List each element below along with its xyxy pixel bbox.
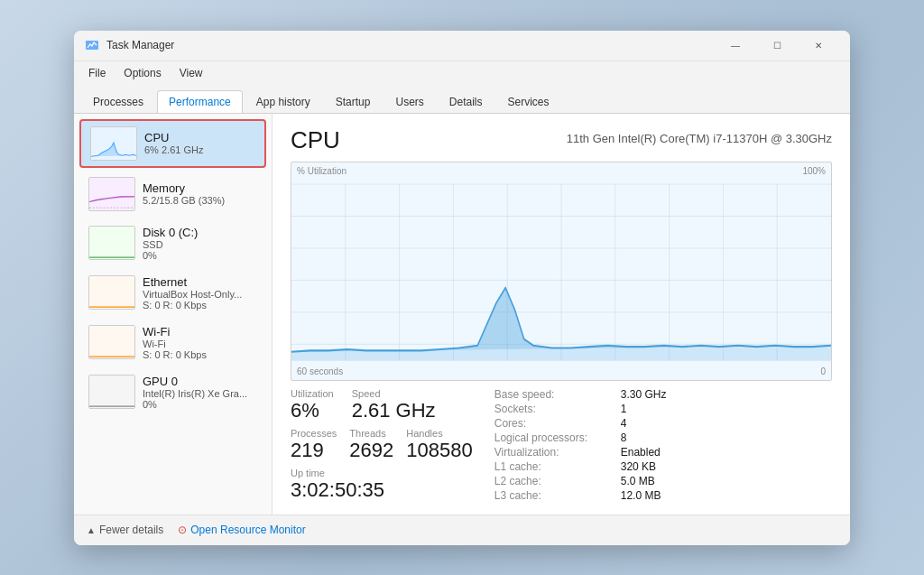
wifi-info: Wi-Fi Wi-Fi S: 0 R: 0 Kbps (143, 325, 207, 360)
memory-sub: 5.2/15.8 GB (33%) (143, 195, 225, 206)
spec-l2-key: L2 cache: (494, 475, 621, 487)
spec-sockets-key: Sockets: (494, 403, 621, 415)
fewer-details-button[interactable]: ▲ Fewer details (87, 524, 163, 536)
sidebar-item-disk[interactable]: Disk 0 (C:) SSD 0% (79, 220, 266, 266)
sidebar-item-wifi[interactable]: Wi-Fi Wi-Fi S: 0 R: 0 Kbps (79, 320, 266, 366)
processes-value: 219 (291, 439, 337, 462)
wifi-sub2: S: 0 R: 0 Kbps (143, 349, 207, 360)
utilization-value: 6% (291, 399, 334, 422)
monitor-icon: ⊙ (178, 524, 187, 536)
processes-stat: Processes 219 (291, 428, 337, 462)
detail-subtitle: 11th Gen Intel(R) Core(TM) i7-11370H @ 3… (567, 132, 832, 145)
detail-header: CPU 11th Gen Intel(R) Core(TM) i7-11370H… (291, 126, 832, 154)
spec-sockets-val: 1 (621, 403, 711, 415)
processes-label: Processes (291, 428, 337, 439)
spec-l1-val: 320 KB (621, 460, 711, 473)
menu-options[interactable]: Options (116, 65, 168, 81)
handles-stat: Handles 108580 (406, 428, 472, 462)
window-controls: — ☐ ✕ (715, 31, 839, 60)
disk-name: Disk 0 (C:) (143, 226, 198, 239)
svg-rect-6 (89, 376, 134, 408)
menu-view[interactable]: View (172, 65, 210, 81)
ethernet-info: Ethernet VirtualBox Host-Only... S: 0 R:… (143, 275, 242, 311)
chevron-up-icon: ▲ (87, 525, 96, 535)
threads-value: 2692 (349, 439, 393, 462)
handles-label: Handles (406, 428, 472, 439)
minimize-button[interactable]: — (715, 31, 756, 60)
spec-l2-val: 5.0 MB (621, 475, 711, 487)
tab-startup[interactable]: Startup (324, 90, 383, 113)
spec-l3-key: L3 cache: (494, 489, 621, 502)
gpu-thumbnail (88, 375, 135, 409)
sidebar-item-cpu[interactable]: CPU 6% 2.61 GHz (79, 119, 266, 168)
tab-processes[interactable]: Processes (81, 90, 155, 113)
handles-value: 108580 (406, 439, 472, 462)
memory-info: Memory 5.2/15.8 GB (33%) (143, 181, 225, 206)
sidebar-item-memory[interactable]: Memory 5.2/15.8 GB (33%) (79, 172, 266, 217)
gpu-sub2: 0% (143, 399, 247, 410)
spec-virt-key: Virtualization: (494, 446, 621, 459)
tab-services[interactable]: Services (496, 90, 561, 113)
spec-virt-val: Enabled (621, 446, 711, 459)
chart-svg (291, 162, 831, 380)
spec-basespeed-key: Base speed: (494, 388, 621, 401)
cpu-chart: % Utilization 100% 60 seconds 0 (291, 162, 832, 381)
ethernet-thumbnail (88, 275, 135, 310)
fewer-details-label: Fewer details (99, 524, 163, 536)
wifi-thumbnail (88, 325, 135, 359)
title-bar: Task Manager — ☐ ✕ (74, 31, 850, 61)
window-title: Task Manager (106, 39, 715, 51)
ethernet-sub2: S: 0 R: 0 Kbps (143, 300, 242, 311)
ethernet-name: Ethernet (143, 275, 242, 289)
svg-rect-4 (89, 276, 134, 309)
spec-lp-val: 8 (621, 431, 711, 444)
app-icon (85, 38, 99, 52)
menu-file[interactable]: File (81, 65, 113, 81)
sidebar-item-gpu[interactable]: GPU 0 Intel(R) Iris(R) Xe Gra... 0% (79, 369, 266, 415)
svg-rect-3 (89, 227, 134, 259)
spec-basespeed-val: 3.30 GHz (621, 388, 711, 401)
detail-panel: CPU 11th Gen Intel(R) Core(TM) i7-11370H… (273, 114, 850, 515)
detail-title: CPU (291, 126, 340, 154)
sidebar: CPU 6% 2.61 GHz Memory 5.2/15.8 GB (33%) (74, 114, 273, 515)
memory-thumbnail (88, 177, 135, 211)
close-button[interactable]: ✕ (798, 31, 839, 60)
threads-label: Threads (349, 428, 393, 439)
spec-l3-val: 12.0 MB (621, 489, 711, 502)
gpu-name: GPU 0 (143, 375, 247, 388)
tab-performance[interactable]: Performance (157, 90, 243, 113)
sidebar-item-ethernet[interactable]: Ethernet VirtualBox Host-Only... S: 0 R:… (79, 270, 266, 316)
memory-name: Memory (143, 181, 225, 195)
specs-grid: Base speed: 3.30 GHz Sockets: 1 Cores: 4… (494, 388, 711, 502)
wifi-name: Wi-Fi (143, 325, 207, 339)
uptime-stat: Up time 3:02:50:35 (291, 468, 473, 502)
open-resource-monitor-label: Open Resource Monitor (190, 524, 305, 536)
spec-cores-key: Cores: (494, 417, 621, 430)
main-content: CPU 6% 2.61 GHz Memory 5.2/15.8 GB (33%) (74, 114, 850, 515)
speed-value: 2.61 GHz (352, 399, 436, 422)
spec-lp-key: Logical processors: (494, 431, 621, 444)
gpu-info: GPU 0 Intel(R) Iris(R) Xe Gra... 0% (143, 375, 247, 410)
cpu-thumbnail (90, 126, 137, 161)
cpu-sub: 6% 2.61 GHz (144, 144, 203, 155)
open-resource-monitor-button[interactable]: ⊙ Open Resource Monitor (178, 524, 305, 536)
spec-cores-val: 4 (621, 417, 711, 430)
cpu-info: CPU 6% 2.61 GHz (144, 131, 203, 155)
utilization-stat: Utilization 6% (291, 388, 334, 422)
tab-apphistory[interactable]: App history (245, 90, 322, 113)
tab-details[interactable]: Details (438, 90, 494, 113)
svg-rect-2 (89, 178, 134, 210)
cpu-name: CPU (144, 131, 203, 144)
disk-sub1: SSD (143, 239, 198, 250)
spec-l1-key: L1 cache: (494, 460, 621, 473)
ethernet-sub1: VirtualBox Host-Only... (143, 289, 242, 300)
maximize-button[interactable]: ☐ (756, 31, 798, 60)
menu-bar: File Options View (74, 61, 850, 85)
disk-info: Disk 0 (C:) SSD 0% (143, 226, 198, 261)
footer: ▲ Fewer details ⊙ Open Resource Monitor (74, 515, 850, 545)
tab-users[interactable]: Users (383, 90, 435, 113)
speed-label: Speed (352, 388, 436, 399)
threads-stat: Threads 2692 (349, 428, 393, 462)
uptime-label: Up time (291, 468, 473, 478)
disk-sub2: 0% (143, 250, 198, 261)
